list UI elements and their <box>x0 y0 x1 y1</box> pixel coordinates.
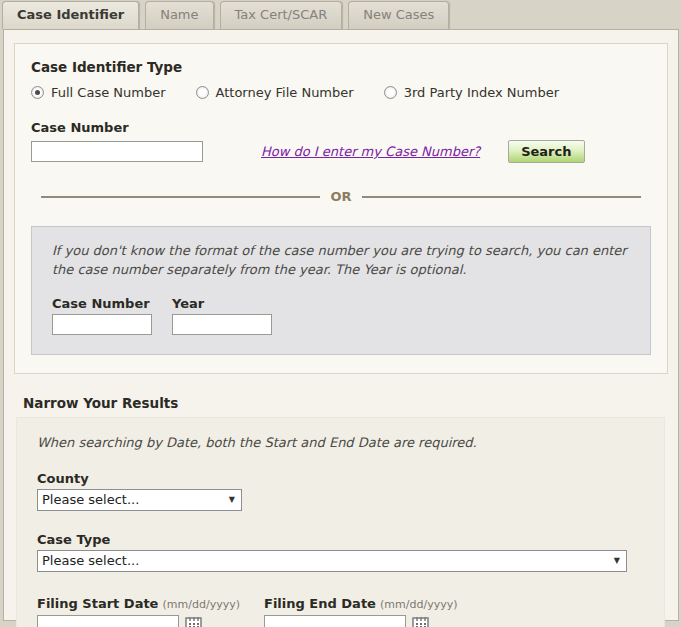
date-format-hint: (mm/dd/yyyy) <box>380 598 457 611</box>
county-selected-value: Please select... <box>42 492 139 507</box>
case-number-row: How do I enter my Case Number? Search <box>31 140 651 163</box>
case-identifier-type-heading: Case Identifier Type <box>31 59 651 75</box>
radio-button-icon[interactable] <box>31 86 44 99</box>
divider-line <box>41 196 320 198</box>
year-input[interactable] <box>172 314 272 335</box>
case-identifier-type-radios: Full Case Number Attorney File Number 3r… <box>31 85 651 100</box>
case-type-select[interactable]: Please select... ▼ <box>37 550 627 572</box>
narrow-results-heading: Narrow Your Results <box>23 395 678 411</box>
or-divider: OR <box>41 189 641 204</box>
chevron-down-icon: ▼ <box>614 556 620 565</box>
radio-button-icon[interactable] <box>196 86 209 99</box>
case-number-input[interactable] <box>31 141 203 162</box>
year-field: Year <box>172 296 272 335</box>
divider-line <box>362 196 641 198</box>
filing-start-date-group: Filing Start Date (mm/dd/yyyy) <box>37 596 240 627</box>
filing-dates-row: Filing Start Date (mm/dd/yyyy) <box>37 596 664 627</box>
case-number-help-link[interactable]: How do I enter my Case Number? <box>261 144 480 159</box>
chevron-down-icon: ▼ <box>229 495 235 504</box>
radio-label: Attorney File Number <box>216 85 354 100</box>
case-type-selected-value: Please select... <box>42 553 139 568</box>
radio-attorney-file-number[interactable]: Attorney File Number <box>196 85 354 100</box>
case-number-label: Case Number <box>31 120 651 135</box>
alternate-case-number-field: Case Number <box>52 296 152 335</box>
alternate-instructions: If you don't know the format of the case… <box>52 242 630 280</box>
county-select[interactable]: Please select... ▼ <box>37 489 242 511</box>
or-text: OR <box>330 189 351 204</box>
radio-label: 3rd Party Index Number <box>404 85 559 100</box>
filing-end-date-input[interactable] <box>264 615 406 627</box>
filing-start-date-label: Filing Start Date (mm/dd/yyyy) <box>37 596 240 611</box>
tab-tax-cert-scar[interactable]: Tax Cert/SCAR <box>220 1 343 29</box>
narrow-results-section: When searching by Date, both the Start a… <box>16 417 665 627</box>
filing-end-date-group: Filing End Date (mm/dd/yyyy) <box>264 596 457 627</box>
calendar-icon[interactable] <box>185 616 203 627</box>
filing-end-date-label: Filing End Date (mm/dd/yyyy) <box>264 596 457 611</box>
alternate-case-number-label: Case Number <box>52 296 152 311</box>
calendar-icon[interactable] <box>412 616 430 627</box>
alternate-fields-row: Case Number Year <box>52 296 630 335</box>
main-panel: Case Identifier Type Full Case Number At… <box>3 29 679 621</box>
case-identifier-section: Case Identifier Type Full Case Number At… <box>14 43 668 374</box>
tab-new-cases[interactable]: New Cases <box>348 1 449 29</box>
filing-start-date-input[interactable] <box>37 615 179 627</box>
tab-bar: Case Identifier Name Tax Cert/SCAR New C… <box>0 0 681 29</box>
radio-button-icon[interactable] <box>384 86 397 99</box>
alternate-case-number-box: If you don't know the format of the case… <box>31 226 651 355</box>
radio-full-case-number[interactable]: Full Case Number <box>31 85 166 100</box>
case-type-label: Case Type <box>37 532 664 547</box>
radio-label: Full Case Number <box>51 85 166 100</box>
year-label: Year <box>172 296 272 311</box>
radio-3rd-party-index-number[interactable]: 3rd Party Index Number <box>384 85 559 100</box>
date-format-hint: (mm/dd/yyyy) <box>163 598 240 611</box>
alternate-case-number-input[interactable] <box>52 314 152 335</box>
tab-case-identifier[interactable]: Case Identifier <box>2 1 139 29</box>
county-label: County <box>37 471 664 486</box>
date-requirement-note: When searching by Date, both the Start a… <box>37 435 664 450</box>
tab-name[interactable]: Name <box>145 1 213 29</box>
search-button-top[interactable]: Search <box>508 140 584 163</box>
